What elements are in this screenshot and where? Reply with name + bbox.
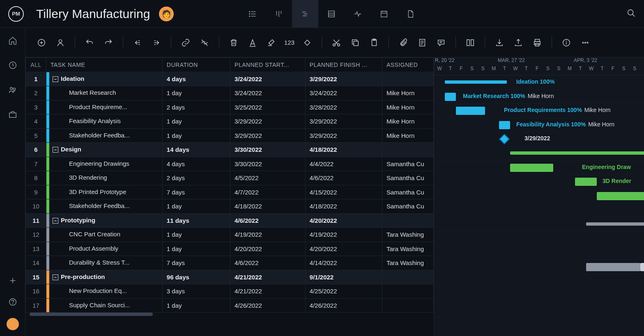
task-row[interactable]: 17 Supply Chain Sourci... 1 day 4/26/202…	[26, 298, 434, 313]
col-finish[interactable]: PLANNED FINISH ...	[305, 58, 382, 72]
task-name-cell[interactable]: Feasibility Analysis	[46, 114, 163, 129]
task-grid[interactable]: ALL TASK NAME DURATION PLANNED START... …	[25, 57, 434, 336]
task-row[interactable]: 6 −Design 14 days 3/30/2022 4/18/2022	[26, 143, 434, 157]
assigned-cell[interactable]: Tara Washing	[382, 228, 433, 242]
gantt-bar[interactable]	[575, 178, 597, 186]
assigned-cell[interactable]	[382, 143, 433, 157]
text-style-button[interactable]	[246, 37, 259, 49]
finish-cell[interactable]: 4/6/2022	[305, 171, 382, 185]
duration-cell[interactable]: 2 days	[162, 100, 230, 114]
start-cell[interactable]: 4/21/2022	[230, 284, 306, 299]
task-name-cell[interactable]: Stakeholder Feedba...	[46, 128, 163, 143]
unlink-button[interactable]	[198, 37, 211, 49]
assigned-cell[interactable]: Mike Horn	[382, 114, 433, 129]
task-name-cell[interactable]: Engineering Drawings	[46, 157, 163, 171]
gantt-bar[interactable]	[445, 80, 506, 84]
duration-cell[interactable]: 4 days	[162, 157, 230, 171]
task-row[interactable]: 14 Durability & Stress T... 7 days 4/6/2…	[26, 256, 434, 270]
task-row[interactable]: 2 Market Research 1 day 3/24/2022 3/24/2…	[26, 86, 434, 101]
col-duration[interactable]: DURATION	[162, 58, 230, 72]
col-assigned[interactable]: ASSIGNED	[382, 58, 433, 72]
start-cell[interactable]: 3/25/2022	[230, 100, 306, 114]
clear-format-button[interactable]	[265, 37, 278, 49]
task-row[interactable]: 1 −Ideation 4 days 3/24/2022 3/29/2022	[26, 72, 434, 86]
add-task-button[interactable]	[35, 37, 48, 49]
home-icon[interactable]	[7, 35, 18, 46]
grid-scrollbar[interactable]	[25, 313, 434, 317]
assigned-cell[interactable]: Samantha Cu	[382, 199, 433, 214]
task-name-cell[interactable]: 3D Printed Prototype	[46, 185, 163, 199]
gantt-bar[interactable]	[586, 222, 644, 226]
task-name-cell[interactable]: 3D Rendering	[46, 171, 163, 185]
duration-cell[interactable]: 7 days	[162, 256, 230, 270]
task-name-cell[interactable]: −Design	[46, 143, 163, 157]
duration-cell[interactable]: 7 days	[162, 185, 230, 199]
finish-cell[interactable]: 4/18/2022	[305, 199, 382, 214]
collapse-icon[interactable]: −	[53, 76, 58, 82]
undo-button[interactable]	[83, 37, 96, 49]
task-row[interactable]: 4 Feasibility Analysis 1 day 3/29/2022 3…	[26, 114, 434, 129]
duration-cell[interactable]: 3 days	[162, 284, 230, 299]
gantt-bar[interactable]	[499, 121, 510, 129]
comment-button[interactable]	[435, 37, 447, 49]
assigned-cell[interactable]: Tara Washing	[382, 242, 433, 256]
gantt-bar[interactable]	[445, 93, 455, 101]
project-avatar[interactable]: 🧑	[159, 7, 174, 21]
start-cell[interactable]: 4/26/2022	[230, 298, 306, 313]
col-start[interactable]: PLANNED START...	[230, 58, 306, 72]
paste-button[interactable]	[368, 37, 380, 49]
view-list[interactable]	[239, 0, 266, 28]
view-calendar[interactable]	[371, 0, 397, 28]
collapse-icon[interactable]: −	[53, 218, 58, 224]
assigned-cell[interactable]: Samantha Cu	[382, 185, 433, 199]
start-cell[interactable]: 4/21/2022	[230, 270, 306, 284]
duration-cell[interactable]: 1 day	[162, 199, 230, 214]
duration-cell[interactable]: 1 day	[162, 228, 230, 242]
task-name-cell[interactable]: Stakeholder Feedba...	[46, 199, 163, 214]
duration-cell[interactable]: 1 day	[162, 86, 230, 101]
finish-cell[interactable]: 3/24/2022	[305, 86, 382, 101]
start-cell[interactable]: 4/6/2022	[230, 256, 306, 270]
task-name-cell[interactable]: Supply Chain Sourci...	[46, 298, 163, 313]
assigned-cell[interactable]	[382, 298, 433, 313]
gantt-bar[interactable]	[456, 107, 485, 115]
start-cell[interactable]: 3/29/2022	[230, 128, 306, 143]
finish-cell[interactable]: 4/18/2022	[305, 143, 382, 157]
task-name-cell[interactable]: Product Assembly	[46, 242, 163, 256]
assigned-cell[interactable]: Tara Washing	[382, 256, 433, 270]
task-row[interactable]: 9 3D Printed Prototype 7 days 4/7/2022 4…	[26, 185, 434, 199]
view-pulse[interactable]	[345, 0, 371, 28]
duration-cell[interactable]: 1 day	[162, 242, 230, 256]
start-cell[interactable]: 3/24/2022	[230, 86, 306, 101]
task-row[interactable]: 12 CNC Part Creation 1 day 4/19/2022 4/1…	[26, 228, 434, 242]
task-row[interactable]: 11 −Prototyping 11 days 4/6/2022 4/20/20…	[26, 213, 434, 228]
assigned-cell[interactable]: Samantha Cu	[382, 171, 433, 185]
import-button[interactable]	[493, 37, 506, 49]
task-row[interactable]: 15 −Pre-production 96 days 4/21/2022 9/1…	[26, 270, 434, 284]
assigned-cell[interactable]	[382, 270, 433, 284]
info-button[interactable]	[560, 37, 573, 49]
outdent-button[interactable]	[131, 37, 144, 49]
duration-cell[interactable]: 11 days	[162, 213, 230, 228]
duration-cell[interactable]: 2 days	[162, 171, 230, 185]
milestone-icon[interactable]	[499, 134, 510, 144]
indent-button[interactable]	[150, 37, 163, 49]
milestone-button[interactable]	[301, 37, 313, 49]
add-icon[interactable]	[7, 275, 18, 286]
finish-cell[interactable]: 4/20/2022	[305, 213, 382, 228]
team-icon[interactable]	[7, 85, 18, 95]
col-name[interactable]: TASK NAME	[46, 58, 163, 72]
attach-button[interactable]	[397, 37, 409, 49]
duration-cell[interactable]: 1 day	[162, 128, 230, 143]
collapse-icon[interactable]: −	[53, 147, 58, 153]
finish-cell[interactable]: 4/19/2022	[305, 228, 382, 242]
gantt-bar[interactable]	[597, 192, 644, 200]
link-button[interactable]	[179, 37, 192, 49]
task-name-cell[interactable]: CNC Part Creation	[46, 228, 163, 242]
columns-button[interactable]	[464, 37, 476, 49]
task-row[interactable]: 13 Product Assembly 1 day 4/20/2022 4/20…	[26, 242, 434, 256]
help-icon[interactable]	[7, 297, 18, 307]
app-logo[interactable]: PM	[8, 6, 24, 22]
finish-cell[interactable]: 3/29/2022	[305, 128, 382, 143]
start-cell[interactable]: 4/7/2022	[230, 185, 306, 199]
